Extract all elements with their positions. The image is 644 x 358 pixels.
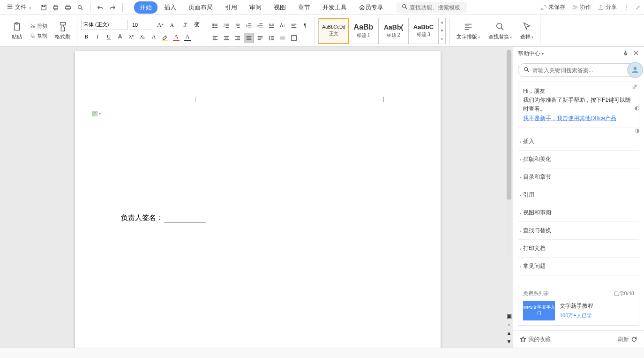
card-link[interactable]: 我不是新手，我曾使用其他Office产品: [523, 114, 634, 123]
help-item-faq[interactable]: 常见问题: [518, 258, 639, 275]
gallery-up-icon[interactable]: ▲: [439, 18, 445, 27]
sb-tab-3-icon[interactable]: ◑: [635, 127, 643, 136]
refresh-button[interactable]: 刷新: [618, 335, 637, 343]
print-icon[interactable]: [64, 3, 72, 12]
vertical-scrollbar[interactable]: [506, 50, 512, 256]
scrollbar-thumb[interactable]: [507, 50, 511, 200]
unsaved-indicator[interactable]: 未保存: [540, 3, 565, 11]
format-painter-button[interactable]: 格式刷: [52, 20, 73, 41]
decrease-indent-icon[interactable]: [244, 21, 254, 31]
tab-dev-tools[interactable]: 开发工具: [317, 1, 352, 14]
align-center-icon[interactable]: [221, 33, 232, 43]
sort-icon[interactable]: [266, 21, 277, 31]
preview-icon[interactable]: [76, 3, 84, 12]
italic-icon[interactable]: I: [92, 32, 103, 42]
font-color-icon[interactable]: A: [171, 32, 181, 42]
show-marks-icon[interactable]: ¶: [300, 21, 310, 31]
gallery-down-icon[interactable]: ▼: [439, 27, 445, 35]
print-preview-icon[interactable]: [52, 3, 60, 12]
expand-icon[interactable]: ⤢: [636, 4, 640, 11]
find-replace-button[interactable]: 查找替换: [486, 20, 515, 41]
bullet-list-icon[interactable]: [210, 21, 220, 31]
style-body[interactable]: AaBbCcDd正文: [319, 18, 349, 44]
line-spacing-icon[interactable]: [266, 33, 277, 43]
help-item-find[interactable]: 查找与替换: [518, 222, 639, 240]
increase-indent-icon[interactable]: [255, 21, 265, 31]
document-text[interactable]: 负责人签名：: [121, 213, 206, 222]
user-avatar[interactable]: [627, 62, 643, 78]
save-icon[interactable]: [39, 3, 48, 12]
increase-font-icon[interactable]: A+: [155, 20, 165, 30]
help-item-print[interactable]: 打印文档: [518, 240, 639, 258]
outline-toggle[interactable]: ▾: [91, 110, 101, 117]
text-direction-icon[interactable]: A↓: [277, 21, 288, 31]
cut-button[interactable]: 剪切: [28, 22, 49, 30]
tab-page-layout[interactable]: 页面布局: [183, 1, 218, 14]
font-name-select[interactable]: [81, 20, 128, 30]
text-layout-button[interactable]: 文字排版: [454, 20, 483, 41]
bold-icon[interactable]: B: [81, 32, 91, 42]
vt-down-icon[interactable]: ▼: [506, 338, 512, 345]
multilevel-list-icon[interactable]: [232, 21, 243, 31]
help-title[interactable]: 帮助中心▾: [518, 50, 622, 58]
style-h2[interactable]: AaBb(标题 2: [379, 18, 409, 44]
collab-button[interactable]: 协作: [572, 3, 591, 11]
clear-format-icon[interactable]: [180, 20, 190, 30]
search-input[interactable]: [410, 4, 462, 11]
tab-review[interactable]: 审阅: [244, 1, 267, 14]
favorites-button[interactable]: 我的收藏: [520, 335, 551, 343]
help-item-view[interactable]: 视图和审阅: [518, 204, 639, 222]
help-search[interactable]: [518, 63, 639, 77]
sb-tab-1-icon[interactable]: ▸: [635, 82, 643, 91]
tab-reference[interactable]: 引用: [219, 1, 243, 14]
align-distribute-icon[interactable]: [255, 33, 265, 43]
underline-icon[interactable]: U: [104, 32, 114, 42]
font-size-select[interactable]: [130, 20, 153, 30]
gallery-more-icon[interactable]: ▾: [439, 35, 445, 44]
tab-view[interactable]: 视图: [268, 1, 292, 14]
font-effect-icon[interactable]: A: [149, 32, 159, 42]
para-shading-icon[interactable]: [277, 33, 288, 43]
decrease-font-icon[interactable]: A-: [167, 20, 178, 30]
vt-2-icon[interactable]: ◦: [506, 321, 512, 328]
align-left-icon[interactable]: [210, 33, 220, 43]
border-icon[interactable]: [289, 33, 299, 43]
style-h3[interactable]: AaBbC标题 3: [409, 18, 439, 44]
tab-member[interactable]: 会员专享: [353, 1, 389, 14]
help-item-insert[interactable]: 插入: [518, 133, 639, 151]
select-button[interactable]: 选择: [517, 20, 536, 41]
help-item-toc[interactable]: 目录和章节: [518, 168, 639, 186]
align-right-icon[interactable]: [232, 33, 243, 43]
undo-icon[interactable]: [96, 3, 105, 12]
phonetic-icon[interactable]: 变: [192, 20, 202, 30]
close-icon[interactable]: [633, 50, 639, 58]
pin-icon[interactable]: [622, 50, 629, 58]
document-viewport[interactable]: ▾ 负责人签名： ▣ ◦ ▲ ▼: [0, 47, 513, 348]
share-button[interactable]: 分享: [598, 3, 617, 11]
paste-button[interactable]: 粘贴: [8, 20, 25, 41]
number-list-icon[interactable]: 12: [221, 21, 232, 31]
search-box[interactable]: [397, 2, 467, 13]
align-justify-icon[interactable]: [244, 33, 254, 43]
tab-start[interactable]: 开始: [134, 1, 157, 14]
subscript-icon[interactable]: X₂: [137, 32, 148, 42]
sb-tab-2-icon[interactable]: ◐: [635, 105, 643, 113]
tab-icon[interactable]: [289, 21, 299, 31]
shading-icon[interactable]: A: [182, 32, 193, 42]
copy-button[interactable]: 复制: [28, 31, 49, 40]
help-course-card[interactable]: 免费系列课 已学0/48 WPS文字 新手入门 文字新手教程 100万+人已学: [518, 285, 639, 326]
vt-1-icon[interactable]: ▣: [506, 313, 512, 320]
help-item-reference[interactable]: 引用: [518, 186, 639, 204]
file-menu[interactable]: 文件: [4, 2, 34, 12]
help-item-layout[interactable]: 排版和美化: [518, 151, 639, 168]
tab-insert[interactable]: 插入: [158, 1, 182, 14]
superscript-icon[interactable]: X²: [126, 32, 136, 42]
redo-icon[interactable]: [108, 3, 117, 12]
help-search-input[interactable]: [532, 67, 634, 74]
strikethrough-icon[interactable]: A̵: [115, 32, 125, 42]
more-icon[interactable]: ⋮: [623, 4, 629, 11]
highlight-icon[interactable]: [160, 32, 170, 42]
tab-chapter[interactable]: 章节: [292, 1, 316, 14]
style-h1[interactable]: AaBb标题 1: [349, 18, 379, 44]
vt-up-icon[interactable]: ▲: [506, 330, 512, 336]
